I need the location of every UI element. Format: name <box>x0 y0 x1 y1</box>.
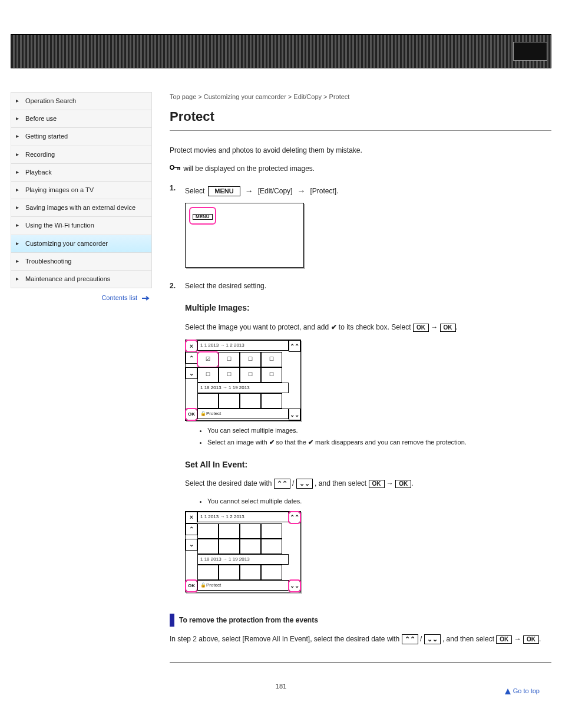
close-icon: × <box>186 340 197 352</box>
check-icon: ✔ <box>331 323 337 331</box>
intro-text: Protect movies and photos to avoid delet… <box>170 145 551 156</box>
option-set-all-desc: Select the desired date with ⌃⌃ / ⌄⌄ , a… <box>185 478 551 489</box>
ok-button: OK <box>523 635 539 644</box>
step2-intro: Select the desired setting. <box>185 281 551 292</box>
section-marker <box>170 614 174 627</box>
grid-diagram-multiple: × 1 1 2013 → 1 2 2013 ⌃⌃ ⌃ ☑ ☐ ☐ ☐ <box>185 340 301 421</box>
page-up-button: ⌃⌃ <box>402 634 418 644</box>
ok-button: OK <box>496 635 512 644</box>
down-icon: ⌄ <box>186 367 197 379</box>
step1-number: 1. <box>170 183 179 272</box>
ok-button: OK <box>413 324 429 332</box>
down-icon: ⌄ <box>186 539 197 551</box>
sidebar: Operation Search Before use Getting star… <box>11 92 152 668</box>
nav-before-use[interactable]: Before use <box>11 110 151 127</box>
top-banner <box>11 34 551 68</box>
menu-highlight: MENU <box>189 207 216 225</box>
breadcrumb: Top page > Customizing your camcorder > … <box>170 92 551 102</box>
check-icon: ✔ <box>308 439 313 446</box>
page-down-button: ⌄⌄ <box>424 634 441 644</box>
menu-button: MENU <box>208 186 240 196</box>
menu-badge: MENU <box>193 214 213 220</box>
bottom-rule <box>170 662 551 663</box>
option-multiple-images: Multiple Images: <box>185 302 551 315</box>
page-down-highlight: ⌄⌄ <box>289 580 300 592</box>
bullet-multi-1: You can select multiple images. <box>207 426 551 436</box>
thumb-checked: ☑ <box>197 352 219 367</box>
arrow-icon: → <box>514 635 521 643</box>
nav-recording[interactable]: Recording <box>11 146 151 163</box>
up-icon: ⌃ <box>186 523 197 535</box>
page-title: Protect <box>170 107 551 131</box>
option-set-all: Set All In Event: <box>185 459 551 472</box>
print-button[interactable] <box>513 42 547 61</box>
nav-list: Operation Search Before use Getting star… <box>11 92 152 288</box>
key-note: will be displayed on the protected image… <box>170 163 551 174</box>
nav-wifi[interactable]: Using the Wi-Fi function <box>11 216 151 234</box>
date-range-1b: 1 1 2013 → 1 2 2013 <box>197 512 289 522</box>
page-up-icon: ⌃⌃ <box>289 340 300 352</box>
nav-troubleshooting[interactable]: Troubleshooting <box>11 252 151 270</box>
date-range-2b: 1 18 2013 → 1 19 2013 <box>197 554 289 565</box>
key-note-text: will be displayed on the protected image… <box>183 164 315 173</box>
nav-maintenance[interactable]: Maintenance and precautions <box>11 270 151 288</box>
date-range-2: 1 18 2013 → 1 19 2013 <box>197 383 289 393</box>
page-up-highlight: ⌃⌃ <box>289 512 300 523</box>
nav-playing-on-tv[interactable]: Playing images on a TV <box>11 181 151 199</box>
protect-label: Protect <box>206 410 221 417</box>
nav-operation-search[interactable]: Operation Search <box>11 92 151 110</box>
page-number: 181 <box>0 668 562 690</box>
ok-button: OK <box>395 480 411 488</box>
key-icon <box>170 163 181 174</box>
step1-flow: Select MENU → [Edit/Copy] → [Protect]. <box>185 185 551 198</box>
lcd-menu-diagram: MENU <box>185 203 304 268</box>
page-up-button: ⌃⌃ <box>274 479 290 489</box>
arrow-icon: → <box>386 479 394 487</box>
ok-highlight: OK <box>186 409 197 420</box>
ok-highlight-2: OK <box>186 580 197 592</box>
bullet-multi-2: Select an image with ✔ so that the ✔ mar… <box>207 437 551 447</box>
check-icon: ✔ <box>269 439 275 446</box>
bullet-setall-1: You cannot select multiple dates. <box>207 496 551 506</box>
section-remove-protection: To remove the protection from the events <box>170 614 551 627</box>
contents-list-link[interactable]: Contents list <box>11 288 152 301</box>
protect-label-2: Protect <box>206 582 221 589</box>
nav-playback[interactable]: Playback <box>11 163 151 181</box>
remove-line1: In step 2 above, select [Remove All In E… <box>170 635 399 643</box>
remove-protection-body: In step 2 above, select [Remove All In E… <box>170 634 551 645</box>
ok-button: OK <box>440 324 456 332</box>
option-multiple-desc: Select the image you want to protect, an… <box>185 322 551 333</box>
arrow-right-icon <box>141 296 150 301</box>
date-range-1: 1 1 2013 → 1 2 2013 <box>197 340 289 351</box>
arrow-icon: → <box>244 185 254 198</box>
arrow-icon: → <box>431 323 438 331</box>
close-icon: × <box>186 512 197 523</box>
section-title: To remove the protection from the events <box>179 615 318 626</box>
nav-saving-external[interactable]: Saving images with an external device <box>11 199 151 216</box>
svg-point-0 <box>170 166 174 169</box>
ok-button: OK <box>369 480 385 488</box>
contents-list-label: Contents list <box>101 294 137 301</box>
triangle-up-icon <box>504 688 511 695</box>
step2-number: 2. <box>170 281 179 597</box>
arrow-icon: → <box>296 185 306 198</box>
page-down-icon: ⌄⌄ <box>289 409 300 420</box>
page-down-button: ⌄⌄ <box>296 479 313 489</box>
svg-marker-4 <box>505 689 511 694</box>
main-content: Top page > Customizing your camcorder > … <box>170 92 551 668</box>
go-to-top-link[interactable]: Go to top <box>504 687 540 695</box>
nav-customizing[interactable]: Customizing your camcorder <box>11 235 151 252</box>
grid-diagram-event: × 1 1 2013 → 1 2 2013 ⌃⌃ ⌃ <box>185 511 301 592</box>
nav-getting-started[interactable]: Getting started <box>11 127 151 145</box>
go-to-top-label: Go to top <box>513 687 540 694</box>
up-icon: ⌃ <box>186 352 197 364</box>
